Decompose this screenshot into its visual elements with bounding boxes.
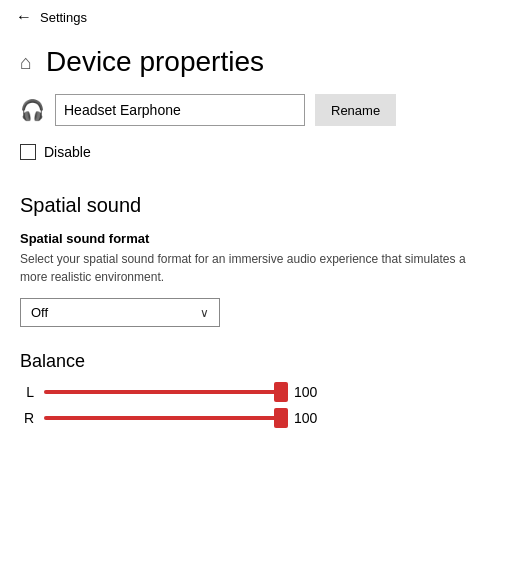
- left-slider-thumb[interactable]: [274, 382, 288, 402]
- disable-label: Disable: [44, 144, 91, 160]
- spatial-sound-title: Spatial sound: [20, 194, 489, 217]
- headset-icon: 🎧: [20, 98, 45, 122]
- disable-checkbox[interactable]: [20, 144, 36, 160]
- right-slider-fill: [44, 416, 284, 420]
- page-header: ⌂ Device properties: [0, 34, 509, 86]
- disable-row: Disable: [0, 134, 509, 170]
- right-slider-row: R 100: [20, 410, 489, 426]
- left-channel-label: L: [20, 384, 34, 400]
- dropdown-value: Off: [31, 305, 48, 320]
- balance-title: Balance: [20, 351, 489, 372]
- rename-button[interactable]: Rename: [315, 94, 396, 126]
- device-name-input[interactable]: [55, 94, 305, 126]
- device-name-row: 🎧 Rename: [0, 86, 509, 134]
- spatial-sound-format-title: Spatial sound format: [20, 231, 489, 246]
- page-title: Device properties: [46, 46, 264, 78]
- left-slider-row: L 100: [20, 384, 489, 400]
- top-bar: ← Settings: [0, 0, 509, 34]
- top-bar-title: Settings: [40, 10, 87, 25]
- right-channel-label: R: [20, 410, 34, 426]
- home-icon: ⌂: [20, 51, 32, 74]
- balance-section: Balance L 100 R 100: [0, 335, 509, 456]
- chevron-down-icon: ∨: [200, 306, 209, 320]
- left-slider-value: 100: [294, 384, 324, 400]
- back-button[interactable]: ←: [16, 8, 32, 26]
- right-slider-track[interactable]: [44, 416, 284, 420]
- right-slider-thumb[interactable]: [274, 408, 288, 428]
- spatial-sound-description: Select your spatial sound format for an …: [20, 250, 489, 286]
- right-slider-value: 100: [294, 410, 324, 426]
- spatial-sound-dropdown[interactable]: Off ∨: [20, 298, 220, 327]
- left-slider-fill: [44, 390, 284, 394]
- spatial-sound-section: Spatial sound Spatial sound format Selec…: [0, 186, 509, 335]
- left-slider-track[interactable]: [44, 390, 284, 394]
